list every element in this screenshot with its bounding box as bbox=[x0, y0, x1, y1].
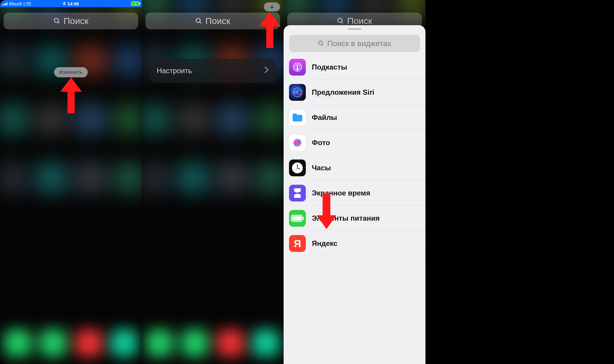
svg-line-1 bbox=[58, 22, 59, 23]
photos-icon bbox=[289, 134, 306, 151]
search-placeholder: Поиск bbox=[64, 16, 88, 26]
widget-row-photos[interactable]: Фото bbox=[284, 130, 425, 155]
svg-line-9 bbox=[322, 44, 323, 46]
edit-button-label: Изменить bbox=[59, 70, 82, 75]
widget-row-screen-time[interactable]: Экранное время bbox=[284, 181, 425, 206]
podcasts-icon bbox=[289, 59, 306, 76]
siri-icon bbox=[289, 84, 306, 101]
panel-step-2: + Поиск Настроить bbox=[142, 0, 284, 364]
svg-marker-5 bbox=[259, 12, 281, 48]
svg-line-4 bbox=[200, 22, 201, 23]
plus-icon: + bbox=[270, 2, 274, 12]
search-icon bbox=[318, 40, 324, 47]
widget-row-batteries[interactable]: Элементы питания bbox=[284, 206, 425, 231]
svg-line-7 bbox=[341, 22, 343, 23]
configure-button[interactable]: Настроить bbox=[149, 59, 276, 83]
battery-icon: ⚡ bbox=[131, 1, 139, 6]
widget-row-siri-suggestions[interactable]: Предложения Siri bbox=[284, 80, 425, 105]
clock-icon bbox=[289, 160, 306, 176]
svg-point-8 bbox=[318, 41, 322, 45]
widget-row-yandex[interactable]: Я Яндекс bbox=[284, 231, 425, 256]
sheet-grabber[interactable] bbox=[348, 28, 361, 30]
widget-label: Часы bbox=[312, 164, 331, 172]
annotation-arrow-icon bbox=[59, 77, 83, 113]
yandex-icon: Я bbox=[289, 235, 306, 252]
svg-point-12 bbox=[297, 65, 298, 67]
chevron-right-icon bbox=[264, 67, 269, 75]
widget-row-clock[interactable]: Часы bbox=[284, 155, 425, 181]
search-icon bbox=[53, 17, 61, 25]
widget-label: Предложения Siri bbox=[312, 88, 374, 97]
search-icon bbox=[195, 17, 202, 25]
search-placeholder: Поиск bbox=[347, 16, 372, 26]
signal-icon bbox=[2, 2, 7, 5]
svg-rect-29 bbox=[303, 217, 304, 220]
svg-point-6 bbox=[338, 18, 342, 22]
files-icon bbox=[289, 109, 306, 126]
widget-list: Подкасты Предложения Siri Файлы bbox=[284, 55, 425, 364]
annotation-arrow-icon bbox=[258, 12, 282, 48]
svg-rect-28 bbox=[292, 216, 301, 220]
widget-row-podcasts[interactable]: Подкасты bbox=[284, 55, 425, 80]
widget-label: Файлы bbox=[312, 113, 337, 122]
edit-button[interactable]: Изменить bbox=[54, 67, 88, 77]
screen-time-icon bbox=[289, 185, 306, 201]
widget-label: Фото bbox=[312, 139, 330, 147]
widget-search-placeholder: Поиск в виджетах bbox=[327, 39, 392, 48]
add-widget-button[interactable]: + bbox=[264, 2, 280, 11]
svg-point-26 bbox=[297, 167, 298, 169]
battery-icon bbox=[289, 210, 306, 227]
widget-label: Яндекс bbox=[312, 239, 337, 248]
search-icon bbox=[337, 17, 344, 25]
widget-row-files[interactable]: Файлы bbox=[284, 105, 425, 130]
panel-step-3: Поиск Поиск в виджетах Подкасты bbox=[284, 0, 425, 364]
panel-step-1: lifecell LTE ⥀ 14:58 ⚡ Поиск Изменить bbox=[0, 0, 142, 364]
svg-marker-2 bbox=[60, 77, 82, 113]
status-bar: lifecell LTE ⥀ 14:58 ⚡ bbox=[0, 0, 142, 7]
clock-label: 14:58 bbox=[67, 1, 79, 6]
widget-picker-sheet: Поиск в виджетах Подкасты Предложения Si… bbox=[284, 25, 425, 364]
hotspot-icon: ⥀ bbox=[63, 1, 66, 6]
configure-label: Настроить bbox=[157, 67, 192, 75]
search-placeholder: Поиск bbox=[205, 16, 230, 26]
network-label: LTE bbox=[23, 1, 31, 6]
widget-search-field[interactable]: Поиск в виджетах bbox=[289, 35, 420, 52]
carrier-label: lifecell bbox=[9, 1, 22, 6]
svg-marker-30 bbox=[317, 193, 336, 229]
widget-label: Подкасты bbox=[312, 63, 347, 71]
svg-point-0 bbox=[54, 18, 58, 22]
svg-point-3 bbox=[196, 18, 200, 22]
search-field[interactable]: Поиск bbox=[4, 13, 138, 29]
annotation-arrow-icon bbox=[316, 193, 337, 229]
